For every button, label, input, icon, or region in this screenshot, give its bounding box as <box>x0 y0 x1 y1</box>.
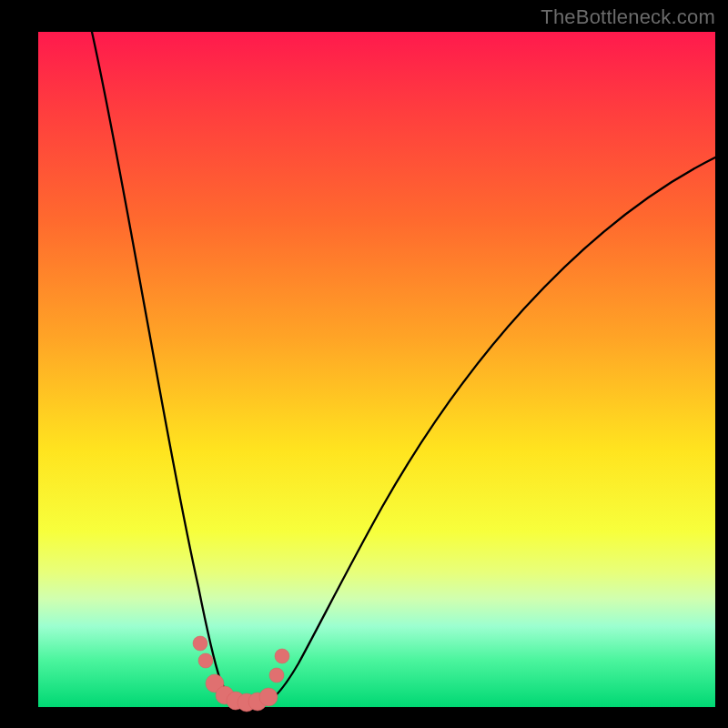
marker-dot <box>198 653 213 668</box>
curve-layer <box>38 32 715 707</box>
marker-dot <box>193 636 207 651</box>
marker-dot <box>259 688 278 706</box>
markers-group <box>193 636 289 712</box>
chart-frame: TheBottleneck.com <box>0 0 728 728</box>
curve-right-branch <box>269 157 715 701</box>
marker-dot <box>269 668 284 682</box>
curve-left-branch <box>92 32 235 701</box>
marker-dot <box>275 649 289 663</box>
plot-area <box>38 32 715 707</box>
watermark-text: TheBottleneck.com <box>541 5 715 29</box>
